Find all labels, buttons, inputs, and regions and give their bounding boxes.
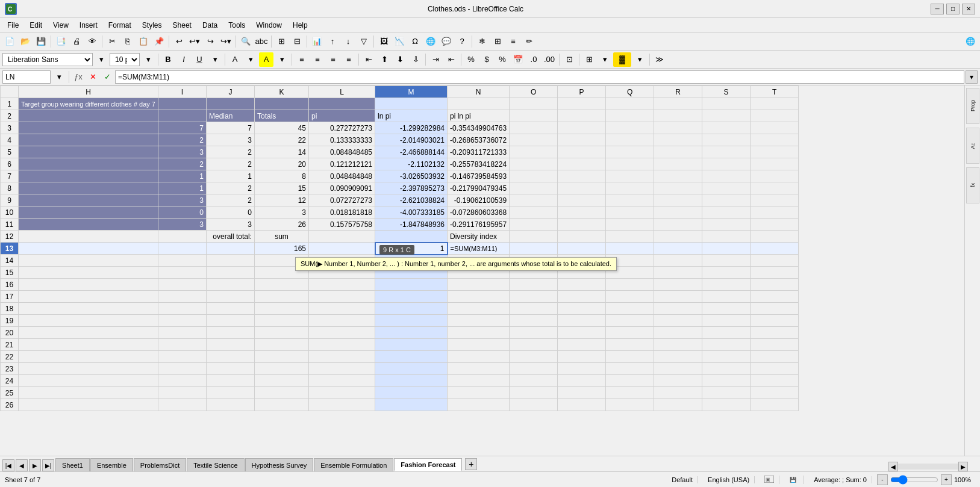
cell-J6[interactable]: 2 (207, 158, 255, 170)
cell-R7[interactable] (654, 170, 702, 182)
cell-K11[interactable]: 26 (255, 219, 309, 231)
spell-button[interactable]: abc (254, 34, 269, 49)
cell-S2[interactable] (702, 110, 751, 122)
cancel-formula-button[interactable]: ✕ (86, 70, 99, 84)
new-button[interactable]: 📄 (2, 34, 17, 49)
cell-P10[interactable] (558, 206, 606, 219)
cell-S6[interactable] (702, 158, 751, 170)
cell-J3[interactable]: 7 (207, 122, 255, 134)
hscroll-right[interactable]: ▶ (958, 462, 968, 471)
cell-N13[interactable]: =SUM(M3:M11) (448, 243, 510, 255)
cell-N7[interactable]: -0.146739584593 (448, 170, 510, 182)
cell-K6[interactable]: 20 (255, 158, 309, 170)
cell-Q3[interactable] (606, 122, 654, 134)
cell-L5[interactable]: 0.084848485 (309, 146, 375, 158)
insert-table-button[interactable]: ⊞ (274, 34, 289, 49)
col-button[interactable]: ⊟ (290, 34, 304, 49)
cell-L9[interactable]: 0.072727273 (309, 194, 375, 206)
cell-R3[interactable] (654, 122, 702, 134)
cell-R10[interactable] (654, 206, 702, 219)
cell-K10[interactable]: 3 (255, 206, 309, 219)
cell-S8[interactable] (702, 182, 751, 194)
cell-H13[interactable] (19, 243, 158, 255)
cell-R9[interactable] (654, 194, 702, 206)
col-header-T[interactable]: T (751, 86, 799, 98)
cell-K1[interactable] (255, 98, 309, 110)
cell-M9[interactable]: -2.621038824 (375, 194, 448, 206)
cell-I13[interactable] (158, 243, 207, 255)
cell-Q13[interactable] (606, 243, 654, 255)
cell-N5[interactable]: -0.209311721333 (448, 146, 510, 158)
indent-button[interactable]: ⇥ (428, 52, 443, 67)
col-header-O[interactable]: O (510, 86, 558, 98)
cell-H9[interactable] (19, 194, 158, 206)
cell-K7[interactable]: 8 (255, 170, 309, 182)
justify-button[interactable]: ≡ (342, 52, 356, 67)
cell-T2[interactable] (751, 110, 799, 122)
cell-N1[interactable] (448, 98, 510, 110)
cell-J10[interactable]: 0 (207, 206, 255, 219)
cell-R12[interactable] (654, 231, 702, 243)
cell-T5[interactable] (751, 146, 799, 158)
cell-T9[interactable] (751, 194, 799, 206)
cell-reference-input[interactable] (2, 70, 51, 84)
drawing-button[interactable]: ✏ (522, 34, 536, 49)
menu-view[interactable]: View (48, 19, 73, 32)
cell-Q1[interactable] (606, 98, 654, 110)
redo-button[interactable]: ↪ (203, 34, 217, 49)
zoom-slider[interactable] (890, 475, 938, 485)
cell-H8[interactable] (19, 182, 158, 194)
bg-color-button[interactable]: ▓ (613, 52, 631, 67)
col-header-I[interactable]: I (158, 86, 207, 98)
cell-I8[interactable]: 1 (158, 182, 207, 194)
percent-button[interactable]: % (495, 52, 510, 67)
top-align-button[interactable]: ⬆ (377, 52, 392, 67)
cell-H2[interactable] (19, 110, 158, 122)
cell-S5[interactable] (702, 146, 751, 158)
preview-button[interactable]: 👁 (85, 34, 99, 49)
cell-N2[interactable]: pi ln pi (448, 110, 510, 122)
bottom-align-button[interactable]: ⇩ (408, 52, 423, 67)
cell-H1[interactable]: Target group wearing different clothes #… (19, 98, 158, 110)
italic-button[interactable]: I (176, 52, 191, 67)
menu-format[interactable]: Format (104, 19, 136, 32)
cell-T7[interactable] (751, 170, 799, 182)
cell-T8[interactable] (751, 182, 799, 194)
save-button[interactable]: 💾 (34, 34, 48, 49)
outdent-button[interactable]: ⇤ (444, 52, 458, 67)
menu-sheet[interactable]: Sheet (168, 19, 196, 32)
cell-N9[interactable]: -0.19062100539 (448, 194, 510, 206)
cell-O12[interactable] (510, 231, 558, 243)
cell-I2[interactable] (158, 110, 207, 122)
cell-O10[interactable] (510, 206, 558, 219)
add-sheet-button[interactable]: + (465, 458, 477, 470)
cell-I6[interactable]: 2 (158, 158, 207, 170)
cell-S11[interactable] (702, 219, 751, 231)
cell-I1[interactable] (158, 98, 207, 110)
menu-file[interactable]: File (2, 19, 23, 32)
redo-history-button[interactable]: ↪▾ (219, 34, 233, 49)
menu-tools[interactable]: Tools (223, 19, 250, 32)
cell-T11[interactable] (751, 219, 799, 231)
cell-R13[interactable] (654, 243, 702, 255)
cell-L8[interactable]: 0.090909091 (309, 182, 375, 194)
undo-button[interactable]: ↩ (172, 34, 186, 49)
cell-J4[interactable]: 3 (207, 134, 255, 146)
middle-align-button[interactable]: ⬇ (393, 52, 407, 67)
cell-L13[interactable] (309, 243, 375, 255)
col-header-L[interactable]: L (309, 86, 375, 98)
close-button[interactable]: ✕ (962, 4, 975, 14)
font-name-select[interactable]: Liberation Sans (2, 53, 93, 66)
cell-M7[interactable]: -3.026503932 (375, 170, 448, 182)
sheet-tab-textile[interactable]: Textile Science (187, 458, 244, 471)
cell-R5[interactable] (654, 146, 702, 158)
cell-Q10[interactable] (606, 206, 654, 219)
cell-I5[interactable]: 3 (158, 146, 207, 158)
sheet-tab-fashion[interactable]: Fashion Forecast (394, 458, 462, 471)
undo-history-button[interactable]: ↩▾ (187, 34, 202, 49)
paste-button[interactable]: 📋 (136, 34, 151, 49)
cell-R11[interactable] (654, 219, 702, 231)
highlight-button[interactable]: A (259, 52, 273, 67)
cell-M4[interactable]: -2.014903021 (375, 134, 448, 146)
col-header-H[interactable]: H (19, 86, 158, 98)
